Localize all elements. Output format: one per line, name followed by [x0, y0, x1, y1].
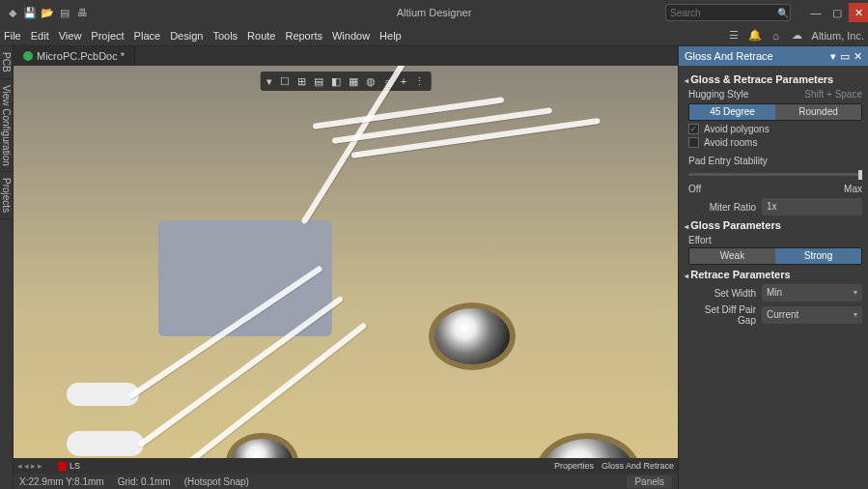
- share-icon[interactable]: ☰: [727, 29, 741, 43]
- layer-nav[interactable]: ◂◂▸▸: [17, 461, 42, 471]
- effort-weak[interactable]: Weak: [689, 248, 775, 264]
- pin-icon[interactable]: ▾: [830, 50, 836, 63]
- close-icon[interactable]: ✕: [854, 50, 862, 63]
- document-tabs: MicroPC.PcbDoc *: [14, 46, 678, 66]
- search-icon: 🔍: [777, 8, 789, 18]
- doc-tab[interactable]: MicroPC.PcbDoc *: [14, 46, 135, 66]
- doc-status-icon: [23, 51, 33, 61]
- menu-file[interactable]: File: [4, 30, 21, 42]
- rail-tab-pcb[interactable]: PCB: [0, 46, 13, 79]
- left-rail: PCB View Configuration Projects: [0, 46, 14, 489]
- pad-stability-label: Pad Entry Stability: [688, 156, 862, 166]
- vendor-label[interactable]: Altium, Inc.: [812, 30, 864, 42]
- menu-tools[interactable]: Tools: [212, 30, 238, 42]
- search-input[interactable]: [665, 4, 791, 21]
- rail-tab-viewconfig[interactable]: View Configuration: [0, 79, 13, 173]
- open-icon[interactable]: 📂: [41, 6, 54, 19]
- set-gap-label: Set Diff Pair Gap: [688, 304, 756, 326]
- pad-max: Max: [844, 184, 862, 194]
- status-grid: Grid: 0.1mm: [118, 476, 171, 487]
- section-gloss[interactable]: Gloss Parameters: [685, 219, 862, 231]
- miter-ratio-input[interactable]: 1x: [762, 198, 862, 216]
- avoid-polygons-check[interactable]: ✓Avoid polygons: [688, 124, 862, 134]
- title-bar: ◆ 💾 📂 ▤ 🖶 Altium Designer 🔍 — ▢ ✕: [0, 0, 868, 25]
- hugging-hint: Shift + Space: [804, 89, 862, 100]
- status-snap: (Hotspot Snap): [184, 476, 249, 487]
- notify-icon[interactable]: 🔔: [748, 29, 762, 43]
- menu-reports[interactable]: Reports: [285, 30, 322, 42]
- chevron-down-icon: ▾: [854, 306, 857, 324]
- pcb-content: [14, 66, 678, 458]
- menu-view[interactable]: View: [59, 30, 82, 42]
- dock-icon[interactable]: ▭: [840, 50, 850, 63]
- pad-stability-slider[interactable]: [688, 170, 862, 180]
- app-icon: ◆: [6, 6, 19, 19]
- menu-help[interactable]: Help: [379, 30, 402, 42]
- section-gloss-retrace[interactable]: Gloss & Retrace Parameters: [685, 73, 862, 85]
- print-icon[interactable]: 🖶: [75, 6, 89, 19]
- set-width-label: Set Width: [688, 288, 756, 299]
- effort-label: Effort: [688, 235, 862, 245]
- pcb-3d-view[interactable]: ▾ ☐ ⊞ ▤ ◧ ▦ ◍ ☼ + ⋮: [14, 66, 678, 458]
- cloud-icon[interactable]: ☁: [791, 29, 804, 43]
- doc-tab-label: MicroPC.PcbDoc *: [37, 50, 125, 62]
- section-retrace[interactable]: Retrace Parameters: [685, 269, 862, 280]
- minimize-button[interactable]: —: [806, 3, 826, 22]
- hugging-rounded[interactable]: Rounded: [775, 104, 861, 120]
- hugging-style-selector: 45 Degree Rounded: [688, 103, 862, 121]
- footer-tab-properties[interactable]: Properties: [554, 461, 594, 471]
- menu-design[interactable]: Design: [170, 30, 203, 42]
- status-bar: X:22.9mm Y:8.1mm Grid: 0.1mm (Hotspot Sn…: [14, 474, 678, 489]
- set-gap-select[interactable]: Current▾: [762, 306, 862, 324]
- layer-swatch: [58, 462, 67, 471]
- menu-edit[interactable]: Edit: [31, 30, 49, 42]
- status-coord: X:22.9mm Y:8.1mm: [19, 476, 104, 487]
- panels-button[interactable]: Panels: [627, 475, 672, 488]
- pad-min: Off: [688, 184, 701, 194]
- gloss-retrace-panel: Gloss And Retrace ▾▭✕ Gloss & Retrace Pa…: [678, 46, 868, 489]
- panel-header[interactable]: Gloss And Retrace ▾▭✕: [679, 46, 868, 66]
- quick-access-toolbar: ◆ 💾 📂 ▤ 🖶: [0, 6, 95, 19]
- rail-tab-projects[interactable]: Projects: [0, 172, 13, 219]
- avoid-rooms-check[interactable]: Avoid rooms: [688, 137, 862, 148]
- menu-bar: File Edit View Project Place Design Tool…: [0, 25, 868, 46]
- layer-name: LS: [70, 461, 80, 471]
- close-button[interactable]: ✕: [849, 3, 868, 22]
- app-title: Altium Designer: [397, 7, 472, 18]
- home-icon[interactable]: ⌂: [770, 29, 783, 43]
- set-width-select[interactable]: Min▾: [762, 284, 862, 302]
- layer-item[interactable]: LS: [58, 461, 80, 471]
- maximize-button[interactable]: ▢: [827, 3, 847, 22]
- chevron-down-icon: ▾: [854, 284, 857, 302]
- menu-place[interactable]: Place: [134, 30, 161, 42]
- menu-project[interactable]: Project: [91, 30, 124, 42]
- effort-strong[interactable]: Strong: [775, 248, 861, 264]
- menu-window[interactable]: Window: [332, 30, 370, 42]
- layer-bar: ◂◂▸▸ LS Properties Gloss And Retrace: [14, 458, 678, 474]
- panel-title: Gloss And Retrace: [685, 50, 773, 62]
- effort-selector: Weak Strong: [688, 247, 862, 265]
- hugging-label: Hugging Style: [688, 89, 748, 100]
- menu-route[interactable]: Route: [247, 30, 275, 42]
- hugging-45[interactable]: 45 Degree: [689, 104, 775, 120]
- save-icon[interactable]: 💾: [23, 6, 37, 19]
- miter-label: Miter Ratio: [688, 202, 756, 213]
- footer-tab-gloss[interactable]: Gloss And Retrace: [602, 461, 674, 471]
- save-all-icon[interactable]: ▤: [58, 6, 71, 19]
